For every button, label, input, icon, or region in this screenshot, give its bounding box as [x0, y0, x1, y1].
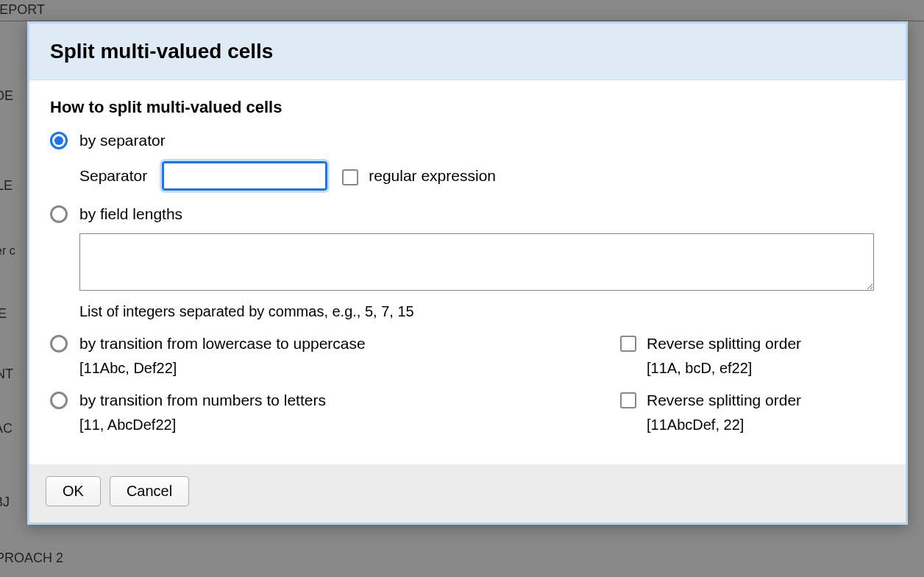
separator-input[interactable] [162, 161, 327, 191]
option-by-case-transition-block: by transition from lowercase to uppercas… [50, 333, 885, 390]
label-reverse-case: Reverse splitting order [647, 333, 801, 354]
label-reverse-num-letter: Reverse splitting order [647, 390, 801, 411]
label-by-field-lengths: by field lengths [79, 204, 182, 224]
label-by-separator: by separator [79, 130, 166, 151]
field-lengths-hint: List of integers separated by commas, e.… [79, 303, 885, 320]
example-case-transition: [11Abc, Def22] [79, 360, 620, 377]
section-title: How to split multi-valued cells [50, 98, 885, 117]
checkbox-regex[interactable] [342, 169, 358, 185]
radio-by-field-lengths[interactable] [50, 205, 68, 223]
radio-by-separator[interactable] [50, 132, 68, 149]
cancel-button[interactable]: Cancel [110, 476, 189, 506]
option-by-field-lengths: by field lengths [50, 204, 885, 224]
checkbox-reverse-num-letter[interactable] [620, 392, 636, 408]
dialog-header: Split multi-valued cells [29, 24, 906, 80]
label-regex: regular expression [369, 166, 496, 186]
radio-by-num-letter-transition[interactable] [50, 392, 68, 409]
dialog-footer: OK Cancel [29, 464, 906, 523]
example-num-letter-transition: [11, AbcDef22] [79, 417, 620, 433]
checkbox-reverse-case[interactable] [620, 336, 636, 352]
option-by-num-letter-transition-block: by transition from numbers to letters [1… [50, 390, 885, 447]
separator-controls: Separator regular expression [79, 161, 885, 191]
separator-label: Separator [79, 166, 147, 186]
dialog-title: Split multi-valued cells [50, 40, 885, 63]
label-by-num-letter-transition: by transition from numbers to letters [79, 390, 326, 411]
field-lengths-input[interactable] [79, 233, 874, 291]
label-by-case-transition: by transition from lowercase to uppercas… [79, 333, 366, 354]
ok-button[interactable]: OK [46, 476, 101, 506]
example-reverse-num-letter: [11AbcDef, 22] [647, 417, 885, 433]
dialog-body: How to split multi-valued cells by separ… [29, 80, 906, 464]
radio-by-case-transition[interactable] [50, 335, 68, 353]
split-cells-dialog: Split multi-valued cells How to split mu… [27, 21, 908, 525]
field-lengths-block: List of integers separated by commas, e.… [79, 233, 885, 320]
example-reverse-case: [11A, bcD, ef22] [647, 360, 885, 377]
option-by-separator: by separator [50, 130, 885, 151]
